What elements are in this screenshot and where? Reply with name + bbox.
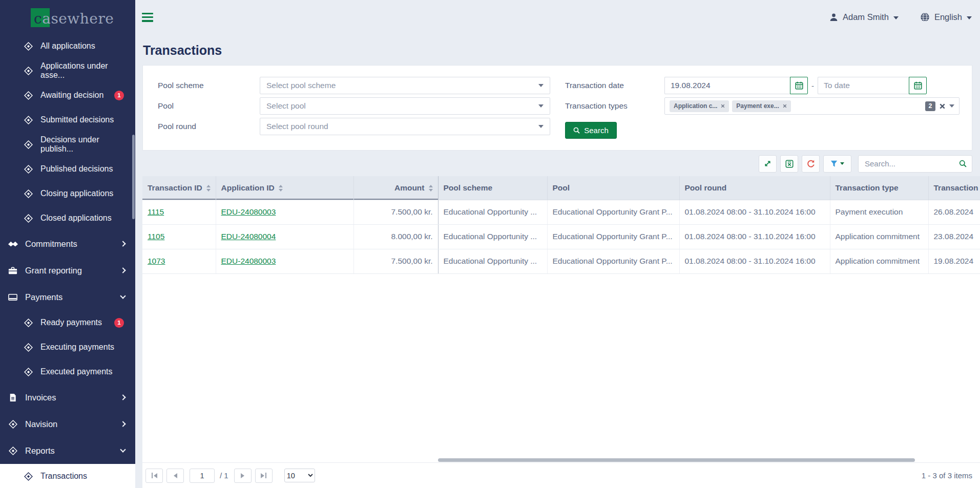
next-page-button[interactable] <box>234 469 252 483</box>
sidebar-item-navision[interactable]: Navision <box>0 411 135 437</box>
sidebar-item-closing-applications[interactable]: Closing applications <box>0 181 135 206</box>
calendar-icon <box>914 81 922 90</box>
filter-panel: Pool scheme Select pool scheme Pool Sele… <box>142 65 972 151</box>
date-to-input[interactable] <box>818 77 909 94</box>
remove-chip-icon[interactable] <box>721 104 725 108</box>
filter-columns-button[interactable] <box>823 155 851 173</box>
chevron-down-icon <box>120 293 126 299</box>
sort-icon <box>279 185 283 192</box>
sidebar-scrollbar[interactable] <box>132 135 135 219</box>
sidebar-item-awaiting-decision[interactable]: Awaiting decision1 <box>0 83 135 108</box>
sidebar-item-executing-payments[interactable]: Executing payments <box>0 335 135 359</box>
clear-selection-icon[interactable] <box>940 103 945 109</box>
chevron-down-icon <box>967 16 972 19</box>
date-from-calendar-button[interactable] <box>790 77 808 94</box>
diamond-icon <box>23 319 34 327</box>
page-size-select[interactable]: 10 <box>284 469 315 482</box>
sidebar-item-applications-under-asse[interactable]: Applications under asse... <box>0 58 135 83</box>
search-icon <box>573 127 580 134</box>
refresh-button[interactable] <box>802 155 820 173</box>
sidebar-item-submitted-decisions[interactable]: Submitted decisions <box>0 108 135 132</box>
chip-label: Application c... <box>674 102 717 110</box>
user-menu[interactable]: Adam Smith <box>829 12 899 22</box>
search-icon[interactable] <box>959 160 967 167</box>
transaction-id-link[interactable]: 1115 <box>148 207 164 216</box>
pool-select[interactable]: Select pool <box>260 97 550 115</box>
column-header-transaction-id[interactable]: Transaction ID <box>142 176 216 200</box>
sidebar-item-grant-reporting[interactable]: Grant reporting <box>0 257 135 284</box>
chevron-down-icon[interactable] <box>949 104 954 108</box>
diamond-icon <box>23 214 34 223</box>
sidebar-item-label: Commitments <box>25 239 77 249</box>
application-id-link[interactable]: EDU-24080003 <box>221 207 276 216</box>
cell-transaction-id: 1073 <box>142 249 216 273</box>
cell-amount: 8.000,00 kr. <box>353 224 438 249</box>
sidebar-item-reports[interactable]: Reports <box>0 437 135 464</box>
date-from-input[interactable] <box>664 77 790 94</box>
calendar-icon <box>795 81 803 90</box>
column-header-label: Transaction date <box>934 183 980 192</box>
sidebar-item-label: Invoices <box>25 393 56 402</box>
cell-pool-scheme: Educational Opportunity ... <box>438 224 547 249</box>
previous-page-button[interactable] <box>166 469 184 483</box>
sidebar-item-transactions[interactable]: Transactions <box>0 464 135 488</box>
language-menu[interactable]: English <box>920 12 972 22</box>
diamond-icon <box>23 343 34 352</box>
remove-chip-icon[interactable] <box>783 104 787 108</box>
user-icon <box>829 13 838 22</box>
topbar-right: Adam Smith English <box>829 12 972 22</box>
cell-transaction-id: 1115 <box>142 200 216 224</box>
sidebar-item-all-applications[interactable]: All applications <box>0 34 135 58</box>
cell-pool: Educational Opportunity Grant P... <box>547 224 679 249</box>
expand-grid-button[interactable] <box>759 155 777 173</box>
column-header-label: Pool round <box>685 183 727 192</box>
column-header-application-id[interactable]: Application ID <box>216 176 353 200</box>
column-header-amount[interactable]: Amount <box>353 176 438 200</box>
transaction-id-link[interactable]: 1073 <box>148 257 165 265</box>
credit-card-icon <box>7 293 18 301</box>
cell-pool-round: 01.08.2024 08:00 - 31.10.2024 16:00 <box>679 249 830 273</box>
sidebar-item-payments[interactable]: Payments <box>0 284 135 310</box>
chevron-down-icon <box>538 104 544 108</box>
transactions-table: Transaction IDApplication IDAmountPool s… <box>142 176 980 274</box>
cell-pool: Educational Opportunity Grant P... <box>547 249 679 273</box>
page-number-input[interactable] <box>190 469 215 483</box>
export-excel-button[interactable] <box>780 155 798 173</box>
cell-transaction-date: 26.08.2024 <box>928 200 980 224</box>
pool-scheme-select[interactable]: Select pool scheme <box>260 77 550 94</box>
sidebar-item-ready-payments[interactable]: Ready payments1 <box>0 310 135 335</box>
sidebar-item-label: Closed applications <box>40 214 112 223</box>
menu-toggle-button[interactable] <box>142 13 153 22</box>
transaction-types-label: Transaction types <box>565 101 664 111</box>
sidebar-item-published-decisions[interactable]: Published decisions <box>0 157 135 181</box>
pool-round-select[interactable]: Select pool round <box>260 118 550 135</box>
transaction-id-link[interactable]: 1105 <box>148 232 164 241</box>
sidebar-item-label: All applications <box>40 41 95 51</box>
sidebar-item-executed-payments[interactable]: Executed payments <box>0 359 135 384</box>
sidebar-item-label: Transactions <box>40 472 87 481</box>
brand-logo-initial: c <box>34 10 42 27</box>
application-id-link[interactable]: EDU-24080003 <box>221 257 276 265</box>
diamond-icon <box>7 420 18 429</box>
sidebar-item-closed-applications[interactable]: Closed applications <box>0 206 135 230</box>
cell-transaction-date: 19.08.2024 <box>928 249 980 273</box>
sidebar-item-decisions-under-publish[interactable]: Decisions under publish... <box>0 132 135 157</box>
diamond-icon <box>23 91 34 100</box>
date-to-calendar-button[interactable] <box>909 77 927 94</box>
brand-logo[interactable]: casewhere <box>0 0 135 34</box>
cell-transaction-type: Application commitment <box>830 224 928 249</box>
transactions-grid: Transaction IDApplication IDAmountPool s… <box>142 176 980 488</box>
sidebar-item-label: Published decisions <box>40 164 113 174</box>
last-page-button[interactable] <box>255 469 273 483</box>
grid-search-input[interactable] <box>864 159 959 168</box>
sidebar-item-commitments[interactable]: Commitments <box>0 230 135 257</box>
search-button[interactable]: Search <box>565 122 617 139</box>
transaction-types-multiselect[interactable]: Application c...Payment exe... 2 <box>664 97 960 115</box>
cell-pool: Educational Opportunity Grant P... <box>547 200 679 224</box>
first-page-button[interactable] <box>145 469 163 483</box>
briefcase-icon <box>7 266 18 275</box>
column-header-transaction-type: Transaction type <box>830 176 928 200</box>
horizontal-scrollbar[interactable] <box>438 458 915 462</box>
application-id-link[interactable]: EDU-24080004 <box>221 232 276 241</box>
sidebar-item-invoices[interactable]: Invoices <box>0 384 135 411</box>
